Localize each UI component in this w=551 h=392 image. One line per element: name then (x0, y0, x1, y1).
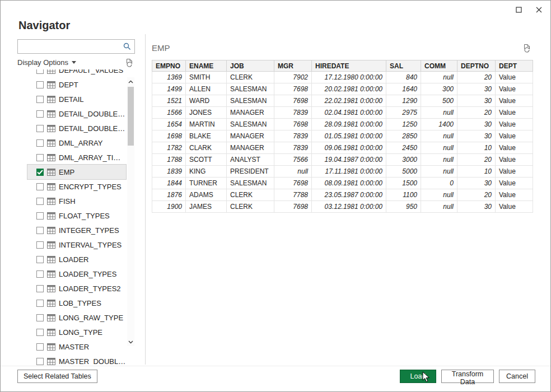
table-checkbox[interactable] (36, 241, 44, 249)
table-checkbox[interactable] (36, 154, 44, 161)
display-options-dropdown[interactable]: Display Options (17, 58, 76, 67)
table-cell: 02.04.1981 0:00:00 (312, 107, 386, 119)
table-checkbox[interactable] (36, 329, 44, 336)
table-checkbox[interactable] (36, 270, 44, 278)
table-checkbox[interactable] (36, 343, 44, 351)
table-list-item[interactable]: MASTER_DOUBLE_PK (27, 354, 126, 365)
table-cell: 1654 (152, 119, 186, 130)
table-list-item[interactable]: DML_ARRAY (27, 136, 126, 150)
load-button[interactable]: Load (400, 370, 436, 383)
table-list-item[interactable]: LOADER_TYPES (27, 267, 126, 281)
table-icon (47, 314, 55, 321)
table-icon (47, 81, 55, 88)
table-cell: Value (496, 95, 533, 107)
preview-refresh-button[interactable] (522, 44, 531, 53)
table-list-item[interactable]: ENCRYPT_TYPES (27, 179, 126, 194)
table-label: LOADER_TYPES2 (59, 284, 121, 293)
table-row: 1900JAMESCLERK769803.12.1981 0:00:00950n… (152, 201, 533, 213)
table-list-item[interactable]: EMP (27, 165, 126, 179)
table-list-item[interactable]: DETAIL_DOUBLE_FK2 (27, 121, 126, 136)
table-row: 1876ADAMSCLERK778823.05.1987 0:00:001100… (152, 189, 533, 201)
table-cell: Value (496, 166, 533, 178)
table-checkbox[interactable] (36, 69, 44, 74)
close-button[interactable] (529, 2, 548, 17)
column-header: JOB (227, 60, 274, 72)
table-label: DEPT (59, 81, 78, 89)
sidebar-refresh-button[interactable] (124, 58, 134, 68)
table-icon (47, 69, 55, 74)
table-checkbox[interactable] (36, 169, 44, 176)
table-checkbox[interactable] (36, 139, 44, 147)
table-icon (47, 212, 55, 220)
table-checkbox[interactable] (36, 183, 44, 190)
table-checkbox[interactable] (36, 96, 44, 103)
scroll-down-button[interactable] (127, 338, 134, 346)
table-list-item[interactable]: LONG_RAW_TYPE (27, 310, 126, 325)
transform-data-button[interactable]: Transform Data (441, 370, 494, 383)
maximize-button[interactable] (509, 2, 528, 17)
scroll-up-button[interactable] (127, 77, 134, 86)
select-related-tables-button[interactable]: Select Related Tables (17, 370, 97, 383)
table-cell: 1566 (152, 107, 186, 119)
table-cell: 09.06.1981 0:00:00 (312, 142, 386, 154)
table-checkbox[interactable] (36, 212, 44, 220)
chevron-down-icon (128, 340, 133, 344)
table-checkbox[interactable] (36, 110, 44, 118)
preview-title: EMP (152, 43, 170, 53)
table-checkbox[interactable] (36, 256, 44, 263)
table-list-item[interactable]: INTERVAL_TYPES (27, 237, 126, 252)
table-cell: WARD (186, 95, 227, 107)
table-checkbox[interactable] (36, 300, 44, 307)
table-icon (47, 125, 55, 132)
table-checkbox[interactable] (36, 314, 44, 321)
table-list-item[interactable]: LOADER (27, 252, 126, 267)
table-label: LONG_RAW_TYPE (59, 314, 123, 322)
table-cell: SMITH (186, 72, 227, 83)
table-cell: 30 (457, 201, 496, 213)
table-cell: 30 (457, 83, 496, 95)
table-cell: 1844 (152, 178, 186, 189)
table-cell: SALESMAN (227, 95, 274, 107)
table-list-item[interactable]: LOADER_TYPES2 (27, 281, 126, 296)
table-checkbox[interactable] (36, 81, 44, 88)
search-input[interactable] (18, 43, 123, 51)
table-list-item[interactable]: INTEGER_TYPES (27, 223, 126, 237)
table-cell: Value (496, 83, 533, 95)
table-list-item[interactable]: LONG_TYPE (27, 325, 126, 339)
table-list-item[interactable]: DETAIL_DOUBLE_FK1 (27, 106, 126, 121)
table-cell: Value (496, 130, 533, 142)
table-checkbox[interactable] (36, 125, 44, 132)
table-list-item[interactable]: DML_ARRAY_TIMES... (27, 150, 126, 165)
table-list-item[interactable]: LOB_TYPES (27, 296, 126, 310)
table-icon (47, 329, 55, 336)
table-list-item[interactable]: DEFAULT_VALUES (27, 69, 126, 77)
table-cell: Value (496, 119, 533, 130)
table-cell: 08.09.1981 0:00:00 (312, 178, 386, 189)
scrollbar[interactable] (127, 77, 134, 346)
table-checkbox[interactable] (36, 198, 44, 205)
table-list-item[interactable]: FISH (27, 194, 126, 208)
table-list-item[interactable]: MASTER (27, 339, 126, 354)
refresh-file-icon (522, 44, 531, 53)
table-list-item[interactable]: FLOAT_TYPES (27, 208, 126, 223)
table-label: DEFAULT_VALUES (59, 69, 123, 74)
table-cell: TURNER (186, 178, 227, 189)
table-list-item[interactable]: DETAIL (27, 92, 126, 106)
table-row: 1698BLAKEMANAGER783901.05.1981 0:00:0028… (152, 130, 533, 142)
cancel-button[interactable]: Cancel (499, 370, 535, 383)
table-cell: Value (496, 72, 533, 83)
table-cell: 7839 (274, 142, 312, 154)
table-checkbox[interactable] (36, 358, 44, 365)
table-cell: 19.04.1987 0:00:00 (312, 154, 386, 166)
table-cell: 30 (457, 95, 496, 107)
table-label: LOADER_TYPES (59, 270, 116, 278)
table-list: DEFAULT_VALUESDEPTDETAILDETAIL_DOUBLE_FK… (17, 69, 135, 365)
table-cell: 7698 (274, 95, 312, 107)
table-label: DML_ARRAY (59, 139, 103, 147)
table-cell: MARTIN (186, 119, 227, 130)
scrollbar-thumb[interactable] (128, 87, 134, 146)
table-list-item[interactable]: DEPT (27, 77, 126, 92)
table-checkbox[interactable] (36, 285, 44, 292)
table-checkbox[interactable] (36, 227, 44, 234)
table-cell: 840 (386, 72, 421, 83)
